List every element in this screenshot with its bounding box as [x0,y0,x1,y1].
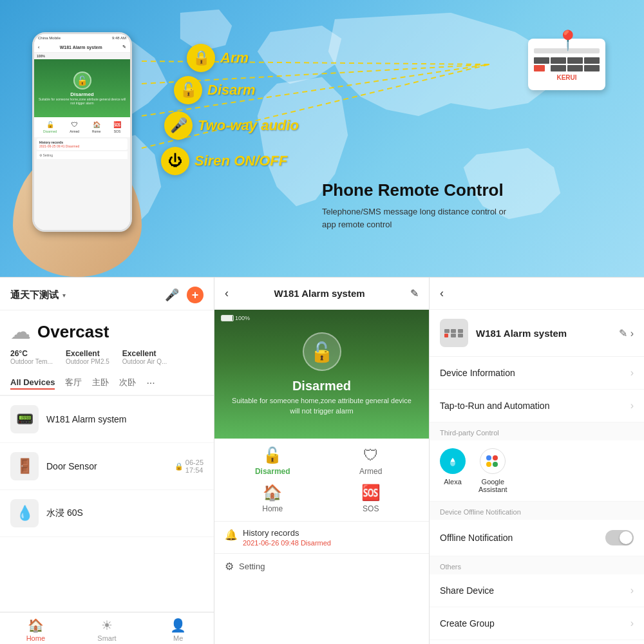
nav-smart[interactable]: ☀ Smart [71,618,143,642]
panel3-back-button[interactable]: ‹ [440,287,444,300]
microphone-icon[interactable]: 🎤 [165,288,179,302]
others-section-title: Others [430,556,644,574]
third-party-section-title: Third-party Control [430,422,644,440]
alarm-status-text: Disarmed [292,379,351,393]
alexa-icon [440,448,466,474]
google-icon [480,448,506,474]
home-nav-icon: 🏠 [28,618,44,633]
ctrl-disarmed[interactable]: 🔓 Disarmed [227,446,318,476]
offline-toggle[interactable] [605,530,634,545]
location-label: 通天下测试 [10,289,59,301]
settings-item-create-group[interactable]: Create Group › [430,607,644,640]
top-title: Phone Remote Control [322,180,515,200]
tab-second-bedroom[interactable]: 次卧 [119,377,136,390]
share-device-label: Share Device [440,585,494,596]
panel-home: 通天下测试 ▾ 🎤 + ☁ Overcast 26°C Outdoor Tem.… [0,278,214,644]
device-icon: 🚪 [10,452,39,480]
device-icon: 💧 [10,499,39,527]
history-title: History records [243,528,331,538]
panel1-header: 通天下测试 ▾ 🎤 + [0,278,214,310]
device-info-label: Device Information [440,368,515,378]
smart-nav-icon: ☀ [101,618,113,633]
alarm-display: 100% 🔓 Disarmed Suitable for someone hom… [214,310,429,439]
settings-list: Device Information › Tap-to-Run and Auto… [430,357,644,644]
toggle-knob [620,531,632,544]
edit-button[interactable]: ✎ [410,287,419,299]
remote-control-info: Phone Remote Control Telephone/SMS messa… [322,180,515,231]
back-button[interactable]: ‹ [225,287,229,300]
disarm-feature: 🔓 Disarm [174,76,256,104]
add-button[interactable]: + [187,287,204,303]
ctrl-armed[interactable]: 🛡 Armed [326,446,417,476]
alexa-item[interactable]: Alexa [440,448,466,493]
phone-mockup: China Mobile 9:48 AM ‹ W181 Alarm system… [19,32,135,264]
tab-all-devices[interactable]: All Devices [10,377,55,390]
dropdown-icon[interactable]: ▾ [62,292,66,299]
device-thumbnail [440,319,468,347]
top-subtitle: Telephone/SMS message long distance cont… [322,205,515,231]
panel2-header: ‹ W181 Alarm system ✎ [214,278,429,310]
location-pin: 📍 [556,29,580,52]
offline-label: Offline Notification [440,533,513,543]
bell-icon: 🔔 [225,529,238,541]
panel3-header: ‹ [430,278,644,310]
create-group-label: Create Group [440,618,495,629]
settings-item-share-device[interactable]: Share Device › [430,574,644,607]
battery-indicator: 100% [221,315,250,321]
setting-label: Setting [239,562,265,571]
chevron-right-icon: › [630,367,634,379]
bottom-nav: 🏠 Home ☀ Smart 👤 Me [0,612,214,644]
arm-feature: 🔒 Arm [187,44,249,72]
tabs-more[interactable]: ··· [146,377,155,389]
disarmed-icon: 🔓 [263,446,282,464]
cloud-icon: ☁ [10,319,31,344]
alarm-lock-icon: 🔓 [303,332,341,371]
panel3-device-info: W181 Alarm system ✎ › [430,310,644,357]
settings-item-offline[interactable]: Offline Notification [430,520,644,556]
bottom-section: 通天下测试 ▾ 🎤 + ☁ Overcast 26°C Outdoor Tem.… [0,277,644,644]
tab-master-bedroom[interactable]: 主卧 [92,377,109,390]
phone-body: China Mobile 9:48 AM ‹ W181 Alarm system… [32,32,132,232]
list-item[interactable]: 📟 W181 Alarm system [0,396,214,443]
weather-stats: 26°C Outdoor Tem... Excellent Outdoor PM… [10,349,204,365]
device-icon: 📟 [10,405,39,433]
google-assistant-item[interactable]: GoogleAssistant [478,448,507,493]
panel-alarm-detail: ‹ W181 Alarm system ✎ 100% 🔓 Disarmed Su… [214,278,430,644]
ctrl-home[interactable]: 🏠 Home [227,484,318,513]
gear-icon: ⚙ [225,560,234,573]
device-detail-name: W181 Alarm system [476,328,567,339]
nav-me[interactable]: 👤 Me [142,618,214,642]
device-edit-icon[interactable]: ✎ › [619,327,634,339]
weather-section: ☁ Overcast 26°C Outdoor Tem... Excellent… [0,310,214,372]
alarm-controls: 🔓 Disarmed 🛡 Armed 🏠 Home 🆘 SOS [214,439,429,521]
siren-feature: ⏻ Siren ON/OFF [161,147,287,175]
panel-settings: ‹ W181 Alarm system ✎ › Device Informati… [430,278,644,644]
audio-feature: 🎤 Two-way audio [164,111,299,140]
home-icon: 🏠 [263,484,282,502]
tab-living-room[interactable]: 客厅 [65,377,82,390]
alarm-setting[interactable]: ⚙ Setting [214,553,429,579]
settings-item-device-info[interactable]: Device Information › [430,357,644,390]
sos-icon: 🆘 [361,484,381,502]
third-party-controls: Alexa GoogleAssistant [430,440,644,502]
top-section: China Mobile 9:48 AM ‹ W181 Alarm system… [0,0,644,277]
chevron-right-icon: › [630,400,634,412]
nav-home[interactable]: 🏠 Home [0,618,71,642]
history-date: 2021-06-26 09:48 Disarmed [243,539,331,547]
device-tabs: All Devices 客厅 主卧 次卧 ··· [0,372,214,396]
ctrl-sos[interactable]: 🆘 SOS [326,484,417,513]
chevron-right-icon: › [630,585,634,596]
weather-label: Overcast [37,322,109,342]
list-item[interactable]: 💧 水浸 60S [0,490,214,537]
alarm-history[interactable]: 🔔 History records 2021-06-26 09:48 Disar… [214,521,429,553]
armed-icon: 🛡 [363,446,379,464]
panel2-title: W181 Alarm system [274,288,365,299]
list-item[interactable]: 🚪 Door Sensor 🔒 06-2517:54 [0,443,214,490]
offline-section-title: Device Offline Notification [430,502,644,520]
me-nav-icon: 👤 [170,618,186,633]
chevron-right-icon: › [630,618,634,629]
settings-item-automation[interactable]: Tap-to-Run and Automation › [430,390,644,422]
automation-label: Tap-to-Run and Automation [440,401,549,411]
alarm-status-sub: Suitable for someone home,zone attribute… [214,396,429,416]
device-list: 📟 W181 Alarm system 🚪 Door Sensor 🔒 06-2… [0,396,214,612]
